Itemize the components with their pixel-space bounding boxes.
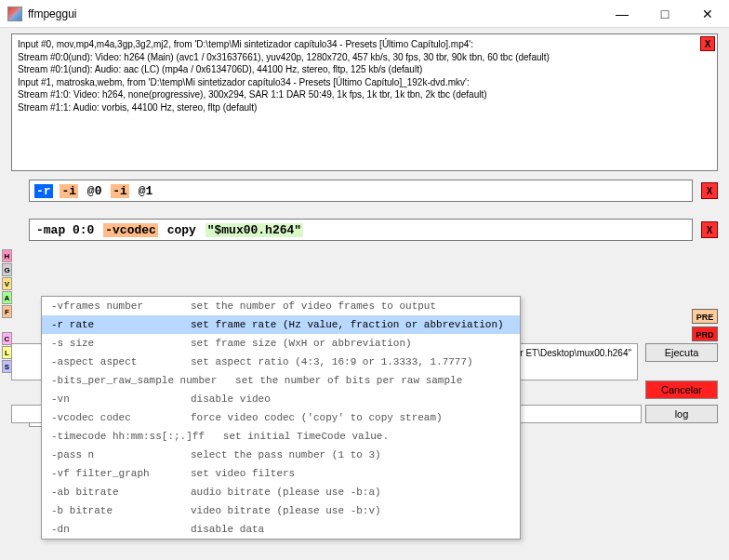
info-line: Stream #1:0: Video: h264, none(progressi… — [18, 88, 711, 101]
dropdown-item[interactable]: -ab bitrateaudio bitrate (please use -b:… — [42, 483, 520, 501]
autocomplete-dropdown[interactable]: -vframes numberset the number of video f… — [41, 296, 521, 540]
dropdown-item[interactable]: -s sizeset frame size (WxH or abbreviati… — [42, 334, 520, 353]
dropdown-item[interactable]: -vf filter_graphset video filters — [42, 464, 520, 483]
token-i: -i — [60, 184, 78, 198]
token-i2: -i — [111, 184, 129, 198]
pre-button[interactable]: PRE — [692, 309, 718, 324]
prd-button[interactable]: PRD — [692, 327, 718, 341]
cat-h-button[interactable]: H — [2, 249, 12, 262]
token-at0: @0 — [86, 184, 104, 198]
log-button[interactable]: log — [645, 405, 718, 423]
info-line: Stream #1:1: Audio: vorbis, 44100 Hz, st… — [18, 101, 711, 114]
token-map: -map 0:0 — [34, 223, 96, 237]
cat-a-button[interactable]: A — [2, 291, 12, 304]
dropdown-item[interactable]: -aspect aspectset aspect ratio (4:3, 16:… — [42, 353, 520, 371]
dropdown-item[interactable]: -vcodec codecforce video codec ('copy' t… — [42, 408, 520, 427]
execute-button[interactable]: Ejecuta — [645, 343, 718, 362]
dropdown-item[interactable]: -vndisable video — [42, 390, 520, 408]
info-line: Stream #0:0(und): Video: h264 (Main) (av… — [18, 51, 711, 64]
maximize-button[interactable]: □ — [643, 0, 686, 28]
command-input-2[interactable]: -map 0:0 -vcodec copy "$mux00.h264" — [29, 219, 693, 241]
row-delete-button[interactable]: X — [701, 221, 718, 238]
info-line: Input #1, matroska,webm, from 'D:\temp\M… — [18, 76, 711, 89]
token-r: -r — [34, 184, 53, 198]
cat-f-button[interactable]: F — [2, 305, 12, 318]
right-preset-buttons: PRE PRD — [692, 309, 718, 344]
token-at1: @1 — [137, 184, 155, 198]
row-delete-button[interactable]: X — [701, 182, 718, 199]
app-icon — [7, 7, 22, 21]
token-output: "$mux00.h264" — [205, 223, 303, 237]
dropdown-item[interactable]: -pass nselect the pass number (1 to 3) — [42, 446, 520, 464]
info-line: Input #0, mov,mp4,m4a,3gp,3g2,mj2, from … — [18, 38, 711, 51]
dropdown-item[interactable]: -dndisable data — [42, 520, 520, 539]
command-input-1[interactable]: -r -i @0 -i @1 — [29, 180, 693, 202]
dropdown-item[interactable]: -b bitratevideo bitrate (please use -b:v… — [42, 501, 520, 520]
info-close-button[interactable]: X — [700, 36, 715, 51]
cat-g-button[interactable]: G — [2, 263, 12, 276]
window-controls: — □ ✕ — [601, 0, 729, 28]
cancel-button[interactable]: Cancelar — [645, 380, 718, 399]
token-vcodec: -vcodec — [103, 223, 158, 237]
cat-v-button[interactable]: V — [2, 277, 12, 290]
close-button[interactable]: ✕ — [686, 0, 729, 28]
token-copy: copy — [166, 223, 198, 237]
minimize-button[interactable]: — — [601, 0, 643, 28]
info-line: Stream #0:1(und): Audio: aac (LC) (mp4a … — [18, 63, 711, 76]
dropdown-item[interactable]: -vframes numberset the number of video f… — [42, 297, 520, 315]
titlebar: ffmpeggui — □ ✕ — [0, 0, 729, 28]
dropdown-item[interactable]: -r rateset frame rate (Hz value, fractio… — [42, 315, 520, 334]
dropdown-item[interactable]: -bits_per_raw_sample number set the numb… — [42, 371, 520, 390]
window-title: ffmpeggui — [28, 7, 601, 20]
media-info-panel: Input #0, mov,mp4,m4a,3gp,3g2,mj2, from … — [11, 33, 718, 171]
dropdown-item[interactable]: -timecode hh:mm:ss[:;.]ff set initial Ti… — [42, 427, 520, 446]
